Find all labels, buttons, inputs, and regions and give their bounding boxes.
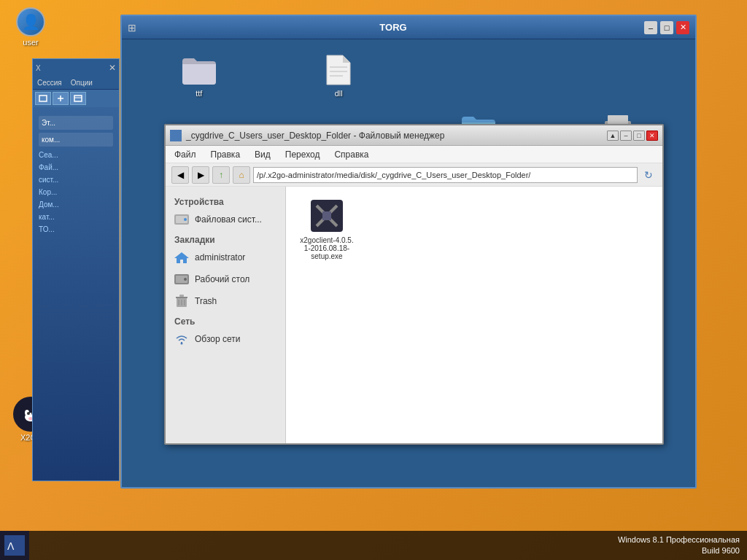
fm-menubar: Файл Правка Вид Переход Справка	[166, 146, 662, 163]
fm-back-btn[interactable]: ◀	[171, 166, 189, 184]
x2go-session-sist[interactable]: сист...	[39, 176, 113, 184]
fm-sidebar-desktop[interactable]: Рабочий стол	[166, 268, 285, 290]
svg-rect-0	[39, 96, 47, 101]
torg-icon-ttf[interactable]: ttf	[136, 54, 262, 98]
fm-administrator-label: administrator	[195, 252, 245, 262]
taskbar-os-name: Windows 8.1 Профессиональная	[618, 534, 740, 545]
administrator-home-icon	[174, 250, 189, 265]
desktop: X ✕ Сессия Опции Эт... ком... Сеа... Фай…	[0, 0, 747, 560]
fm-menu-file[interactable]: Файл	[171, 148, 199, 161]
svg-point-36	[181, 343, 183, 345]
fm-menu-edit[interactable]: Правка	[208, 148, 244, 161]
fm-up-btn[interactable]: ↑	[212, 166, 230, 184]
x2go-session-sea[interactable]: Сеа...	[39, 151, 113, 159]
x2go-toolbar	[33, 90, 119, 107]
svg-rect-22	[172, 132, 179, 139]
fm-window-controls: ▲ – □ ✕	[607, 131, 658, 141]
fm-desktop-label: Рабочий стол	[195, 274, 249, 284]
torg-window-controls: – □ ✕	[644, 21, 689, 34]
x2go-tool-btn-2[interactable]	[53, 92, 69, 105]
x2go-panel-menu: Сессия Опции	[33, 77, 119, 90]
x2go-panel-close-btn[interactable]: ✕	[109, 63, 116, 73]
x2go-session-menu[interactable]: Сессия	[33, 77, 66, 89]
fm-scroll-up-btn[interactable]: ▲	[607, 131, 619, 141]
fm-trash-label: Trash	[195, 296, 217, 306]
fm-file-x2gclient[interactable]: x2goclient-4.0.5. 1-2016.08.18- setup.ex…	[298, 198, 356, 260]
fm-forward-btn[interactable]: ▶	[192, 166, 209, 184]
filemanager-window: _cygdrive_C_Users_user_Desktop_Folder - …	[164, 124, 664, 445]
x2go-panel-titlebar: X ✕	[33, 59, 119, 77]
svg-rect-17	[608, 115, 628, 124]
desktop-icon-user[interactable]: 👤 user	[7, 7, 54, 47]
x2go-session-kom[interactable]: ком...	[39, 133, 113, 147]
user-icon-label: user	[23, 38, 38, 47]
torg-icon-dll[interactable]: dll	[276, 54, 402, 98]
fm-sidebar-trash[interactable]: Trash	[166, 290, 285, 312]
taskbar-x2go-icon[interactable]: Λ	[0, 531, 29, 560]
fm-sidebar-administrator[interactable]: administrator	[166, 246, 285, 268]
x2go-session-kor[interactable]: Кор...	[39, 188, 113, 196]
fm-content-area: x2goclient-4.0.5. 1-2016.08.18- setup.ex…	[286, 187, 662, 443]
x2go-session-to[interactable]: ТО...	[39, 225, 113, 233]
torg-title-icon: ⊞	[128, 22, 136, 34]
torg-titlebar: ⊞ TORG – □ ✕	[122, 16, 695, 39]
fm-refresh-btn[interactable]: ↻	[640, 167, 657, 183]
svg-point-29	[184, 278, 187, 281]
fm-menu-help[interactable]: Справка	[331, 148, 371, 161]
fm-devices-section: Устройства	[166, 192, 285, 209]
fm-filesystem-label: Файловая сист...	[195, 214, 262, 225]
fm-address-bar[interactable]: /p/.x2go-administrator/media/disk/_cygdr…	[253, 167, 638, 183]
dll-file-icon	[325, 54, 352, 86]
wifi-icon	[174, 332, 189, 346]
x2gclient-file-label: x2goclient-4.0.5. 1-2016.08.18- setup.ex…	[300, 236, 353, 260]
fm-maximize-btn[interactable]: □	[633, 131, 645, 141]
x2go-tool-btn-3[interactable]	[70, 92, 86, 105]
svg-rect-3	[74, 96, 82, 101]
svg-rect-32	[179, 295, 184, 297]
ttf-folder-icon	[181, 54, 217, 86]
taskbar: Λ Windows 8.1 Профессиональная Build 960…	[0, 531, 747, 560]
fm-bookmarks-section: Закладки	[166, 230, 285, 246]
fm-address-text: /p/.x2go-administrator/media/disk/_cygdr…	[257, 171, 530, 179]
svg-point-9	[27, 412, 30, 415]
fm-menu-view[interactable]: Вид	[252, 148, 274, 161]
torg-close-btn[interactable]: ✕	[676, 21, 689, 34]
fm-sidebar-filesystem[interactable]: Файловая сист...	[166, 209, 285, 230]
torg-ttf-label: ttf	[196, 89, 202, 98]
fm-menu-go[interactable]: Переход	[282, 148, 323, 161]
svg-point-25	[184, 218, 187, 221]
torg-window-title: TORG	[142, 22, 644, 33]
trash-icon	[174, 294, 189, 308]
fm-body: Устройства Файловая сист... Закладки	[166, 187, 662, 443]
x2go-options-menu[interactable]: Опции	[66, 77, 97, 89]
x2go-session-kat[interactable]: кат...	[39, 213, 113, 221]
torg-minimize-btn[interactable]: –	[644, 21, 657, 34]
x2go-session-fai[interactable]: Фай...	[39, 163, 113, 171]
fm-network-label: Обзор сети	[195, 334, 240, 344]
fm-close-btn[interactable]: ✕	[646, 131, 658, 141]
x2go-panel: X ✕ Сессия Опции Эт... ком... Сеа... Фай…	[32, 58, 120, 481]
fm-network-section: Сеть	[166, 312, 285, 328]
fm-title-icon	[170, 130, 182, 141]
fm-minimize-btn[interactable]: –	[620, 131, 632, 141]
svg-text:Λ: Λ	[7, 540, 15, 552]
torg-dll-label: dll	[335, 89, 343, 98]
fm-home-btn[interactable]: ⌂	[233, 166, 250, 184]
fm-sidebar-network[interactable]: Обзор сети	[166, 328, 285, 350]
fm-sidebar: Устройства Файловая сист... Закладки	[166, 187, 286, 443]
x2go-session-dom[interactable]: Дом...	[39, 201, 113, 209]
user-avatar-icon: 👤	[16, 7, 45, 36]
x2go-panel-title-text: X	[36, 64, 41, 72]
x2gclient-exe-icon	[309, 198, 344, 233]
taskbar-os-info: Windows 8.1 Профессиональная Build 9600	[618, 534, 740, 557]
fm-toolbar: ◀ ▶ ↑ ⌂ /p/.x2go-administrator/media/dis…	[166, 163, 662, 187]
svg-rect-40	[322, 211, 331, 220]
desktop-drive-icon	[174, 272, 189, 287]
x2go-session-et[interactable]: Эт...	[39, 116, 113, 130]
svg-rect-31	[176, 297, 187, 298]
x2go-tool-btn-1[interactable]	[35, 92, 51, 105]
x2go-content: Эт... ком... Сеа... Фай... сист... Кор..…	[33, 107, 119, 244]
torg-maximize-btn[interactable]: □	[660, 21, 673, 34]
hdd-icon	[174, 212, 189, 227]
fm-window-title: _cygdrive_C_Users_user_Desktop_Folder - …	[186, 131, 607, 141]
